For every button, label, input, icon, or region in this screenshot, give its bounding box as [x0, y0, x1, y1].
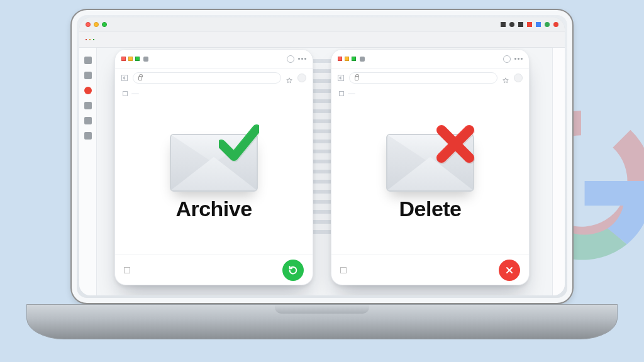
address-bar[interactable]	[349, 72, 497, 84]
status-icon	[536, 22, 541, 27]
address-bar[interactable]	[133, 72, 281, 84]
delete-card: Delete	[331, 49, 530, 285]
minimize-window-icon[interactable]	[94, 22, 99, 27]
check-icon	[219, 124, 259, 164]
checkmark-icon	[340, 267, 347, 273]
card-subrow	[331, 87, 529, 100]
back-icon[interactable]	[338, 75, 344, 81]
checkmark-icon	[124, 267, 130, 273]
lock-icon	[138, 76, 142, 80]
card-subrow	[115, 87, 313, 100]
bookmark-icon[interactable]	[502, 75, 509, 81]
zoom-window-icon[interactable]	[102, 22, 107, 27]
archive-card: Archive	[114, 49, 313, 285]
card-title: Delete	[399, 197, 461, 221]
zoom-window-icon[interactable]	[352, 57, 356, 61]
menu-icon[interactable]	[514, 58, 523, 60]
delete-button[interactable]	[499, 260, 520, 281]
card-footer	[331, 255, 529, 285]
favicon-icon	[360, 57, 365, 62]
svg-marker-1	[503, 78, 508, 83]
svg-marker-0	[287, 78, 292, 83]
archive-button[interactable]	[282, 260, 304, 281]
lock-icon	[355, 76, 358, 80]
back-icon[interactable]	[121, 75, 128, 81]
browser-tab[interactable]	[143, 57, 283, 62]
card-body: Archive	[115, 100, 313, 255]
address-bar-row	[331, 69, 529, 87]
laptop-base	[26, 304, 618, 339]
laptop-frame: Archive	[70, 9, 574, 304]
zoom-window-icon[interactable]	[135, 57, 140, 61]
close-window-icon[interactable]	[86, 22, 91, 27]
subrow-text	[348, 93, 355, 94]
browser-tab[interactable]	[360, 57, 499, 62]
bookmark-icon[interactable]	[286, 75, 292, 81]
address-bar-row	[115, 69, 313, 87]
minimize-window-icon[interactable]	[128, 57, 133, 61]
card-titlebar	[115, 50, 313, 69]
footer-meta	[340, 267, 350, 273]
card-footer	[115, 255, 313, 285]
traffic-lights	[86, 22, 107, 27]
envelope-icon	[170, 134, 258, 192]
subrow-text	[131, 93, 139, 94]
favicon-icon	[143, 57, 148, 62]
footer-meta	[124, 267, 134, 273]
os-menubar	[79, 18, 565, 31]
minimize-window-icon[interactable]	[345, 57, 349, 61]
profile-avatar-icon[interactable]	[514, 74, 523, 82]
extension-icon[interactable]	[339, 91, 344, 96]
card-titlebar	[331, 50, 529, 69]
status-icon	[527, 22, 532, 27]
status-icon	[518, 22, 523, 27]
status-icon	[545, 22, 550, 27]
menu-icon[interactable]	[298, 58, 306, 60]
status-icon	[501, 22, 506, 27]
close-window-icon[interactable]	[121, 57, 126, 61]
card-title: Archive	[175, 197, 252, 221]
cross-icon	[435, 124, 475, 164]
new-tab-icon[interactable]	[503, 55, 511, 63]
extension-icon[interactable]	[123, 91, 128, 96]
new-tab-icon[interactable]	[287, 55, 294, 63]
profile-avatar-icon[interactable]	[297, 74, 306, 82]
laptop-screen: Archive	[79, 18, 565, 295]
close-window-icon[interactable]	[338, 57, 342, 61]
envelope-icon	[386, 134, 474, 192]
browser-chrome	[79, 31, 565, 48]
status-icon	[509, 22, 514, 27]
status-icon	[553, 22, 558, 27]
card-body: Delete	[331, 100, 529, 255]
